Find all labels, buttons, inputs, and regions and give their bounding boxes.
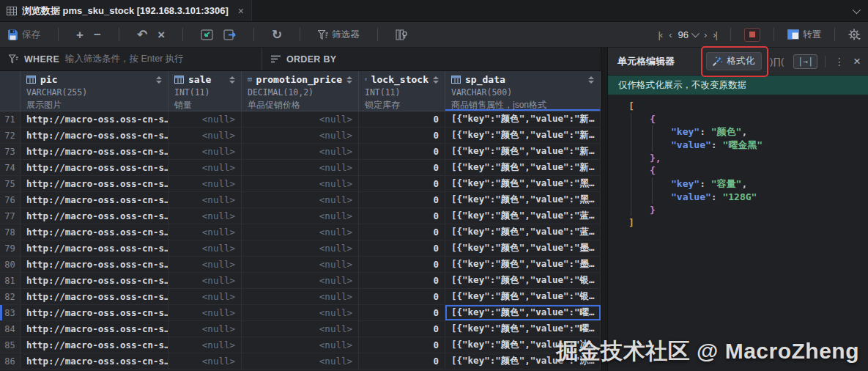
cell-lock_stock[interactable]: 0: [359, 273, 445, 288]
page-size-select[interactable]: 96: [678, 29, 697, 40]
cell-promotion_price[interactable]: <null>: [242, 257, 359, 272]
cell-sp_data[interactable]: [{"key":"颜色","value":"墨…: [445, 257, 601, 272]
cell-pic[interactable]: http://macro-oss.oss-cn-s…: [21, 321, 168, 337]
locate-column-icon[interactable]: [396, 29, 407, 40]
cell-sale[interactable]: <null>: [168, 128, 242, 143]
row-number[interactable]: 85: [0, 337, 21, 353]
cell-promotion_price[interactable]: <null>: [242, 224, 359, 240]
cell-promotion_price[interactable]: <null>: [242, 273, 359, 288]
row-number[interactable]: 80: [0, 257, 21, 272]
cell-sp_data[interactable]: [{"key":"颜色","value":"新…: [445, 144, 601, 159]
cell-sale[interactable]: <null>: [168, 208, 242, 224]
column-header-lock_stock[interactable]: lock_stockINT(11)锁定库存: [359, 71, 445, 111]
grid-corner[interactable]: [0, 71, 21, 111]
chevron-down-icon[interactable]: [843, 0, 868, 21]
add-record-icon[interactable]: +: [76, 29, 84, 41]
word-wrap-toggle[interactable]: |→|: [793, 54, 817, 69]
row-number[interactable]: 73: [0, 144, 21, 159]
cell-sp_data[interactable]: [{"key":"颜色","value":"新…: [445, 111, 601, 127]
cell-lock_stock[interactable]: 0: [359, 144, 445, 159]
cell-pic[interactable]: http://macro-oss.oss-cn-s…: [21, 111, 168, 127]
cell-pic[interactable]: http://macro-oss.oss-cn-s…: [21, 305, 168, 320]
column-header-sp_data[interactable]: sp_dataVARCHAR(500)商品销售属性，json格式: [445, 71, 601, 111]
cell-lock_stock[interactable]: 0: [359, 257, 445, 272]
cell-lock_stock[interactable]: 0: [359, 240, 445, 256]
cell-promotion_price[interactable]: <null>: [242, 208, 359, 224]
row-number[interactable]: 83: [0, 305, 21, 320]
format-button[interactable]: 格式化: [706, 52, 762, 70]
tab-browse-data[interactable]: 浏览数据 pms_sku_stock [192.168.3.101:3306] …: [0, 0, 252, 21]
cell-sale[interactable]: <null>: [168, 289, 242, 304]
cell-promotion_price[interactable]: <null>: [242, 321, 359, 337]
cell-promotion_price[interactable]: <null>: [242, 305, 359, 320]
minify-icon[interactable]: )∏(: [770, 56, 784, 67]
refresh-icon[interactable]: ↻: [272, 29, 282, 41]
cell-sp_data[interactable]: [{"key":"颜色","value":"银…: [445, 273, 601, 288]
column-header-sale[interactable]: saleINT(11)销量: [168, 71, 242, 111]
row-number[interactable]: 76: [0, 192, 21, 207]
row-number[interactable]: 78: [0, 224, 21, 240]
cell-promotion_price[interactable]: <null>: [242, 353, 359, 369]
column-header-promotion_price[interactable]: promotion_priceDECIMAL(10,2)单品促销价格: [242, 71, 359, 111]
prev-page-icon[interactable]: ‹: [669, 29, 671, 40]
first-page-icon[interactable]: |‹: [658, 29, 662, 40]
cell-lock_stock[interactable]: 0: [359, 305, 445, 320]
cell-pic[interactable]: http://macro-oss.oss-cn-s…: [21, 144, 168, 159]
sort-icon[interactable]: [156, 76, 162, 84]
json-editor-content[interactable]: [{"key": "颜色","value": "曜金黑"},{"key": "容…: [608, 95, 868, 371]
cell-lock_stock[interactable]: 0: [359, 111, 445, 127]
import-icon[interactable]: [201, 29, 213, 40]
cell-pic[interactable]: http://macro-oss.oss-cn-s…: [21, 257, 168, 272]
export-icon[interactable]: [223, 29, 236, 40]
cell-promotion_price[interactable]: <null>: [242, 176, 359, 191]
cell-lock_stock[interactable]: 0: [359, 321, 445, 337]
cell-promotion_price[interactable]: <null>: [242, 128, 359, 143]
cell-pic[interactable]: http://macro-oss.oss-cn-s…: [21, 224, 168, 240]
row-number[interactable]: 75: [0, 176, 21, 191]
cell-promotion_price[interactable]: <null>: [242, 240, 359, 256]
row-number[interactable]: 72: [0, 128, 21, 143]
cancel-icon[interactable]: ×: [157, 29, 165, 41]
sort-icon[interactable]: [588, 76, 594, 84]
cell-pic[interactable]: http://macro-oss.oss-cn-s…: [21, 353, 168, 369]
settings-gear-icon[interactable]: [848, 29, 861, 40]
cell-sale[interactable]: <null>: [168, 273, 242, 288]
cell-lock_stock[interactable]: 0: [359, 353, 445, 369]
cell-pic[interactable]: http://macro-oss.oss-cn-s…: [21, 208, 168, 224]
cell-sale[interactable]: <null>: [168, 144, 242, 159]
transpose-button[interactable]: 转置: [787, 29, 821, 41]
cell-lock_stock[interactable]: 0: [359, 289, 445, 304]
row-number[interactable]: 79: [0, 240, 21, 256]
cell-pic[interactable]: http://macro-oss.oss-cn-s…: [21, 176, 168, 191]
next-page-icon[interactable]: ›: [704, 29, 706, 40]
row-number[interactable]: 77: [0, 208, 21, 224]
tab-close-icon[interactable]: ×: [238, 5, 244, 17]
cell-sp_data[interactable]: [{"key":"颜色","value":"曜…: [445, 305, 601, 320]
cell-promotion_price[interactable]: <null>: [242, 289, 359, 304]
row-number[interactable]: 74: [0, 160, 21, 175]
cell-sp_data[interactable]: [{"key":"颜色","value":"新…: [445, 160, 601, 175]
cell-pic[interactable]: http://macro-oss.oss-cn-s…: [21, 337, 168, 353]
cell-lock_stock[interactable]: 0: [359, 208, 445, 224]
sort-icon[interactable]: [433, 76, 439, 84]
cell-sp_data[interactable]: [{"key":"颜色","value":"银…: [445, 289, 601, 304]
more-options-icon[interactable]: ⋮: [834, 56, 845, 67]
panel-splitter[interactable]: [601, 48, 608, 371]
cell-sale[interactable]: <null>: [168, 111, 242, 127]
cell-sp_data[interactable]: [{"key":"颜色","value":"墨…: [445, 240, 601, 256]
cell-sp_data[interactable]: [{"key":"颜色","value":"蓝…: [445, 208, 601, 224]
row-number[interactable]: 71: [0, 111, 21, 127]
cell-sp_data[interactable]: [{"key":"颜色","value":"曜…: [445, 321, 601, 337]
save-button[interactable]: 保存: [7, 29, 40, 41]
delete-record-icon[interactable]: −: [94, 29, 101, 41]
cell-sale[interactable]: <null>: [168, 224, 242, 240]
cell-sale[interactable]: <null>: [168, 305, 242, 320]
cell-promotion_price[interactable]: <null>: [242, 337, 359, 353]
cell-sale[interactable]: <null>: [168, 176, 242, 191]
cell-sp_data[interactable]: [{"key":"颜色","value":"新…: [445, 128, 601, 143]
cell-lock_stock[interactable]: 0: [359, 224, 445, 240]
last-page-icon[interactable]: ›|: [713, 29, 717, 40]
cell-promotion_price[interactable]: <null>: [242, 111, 359, 127]
cell-sale[interactable]: <null>: [168, 337, 242, 353]
row-number[interactable]: 84: [0, 321, 21, 337]
